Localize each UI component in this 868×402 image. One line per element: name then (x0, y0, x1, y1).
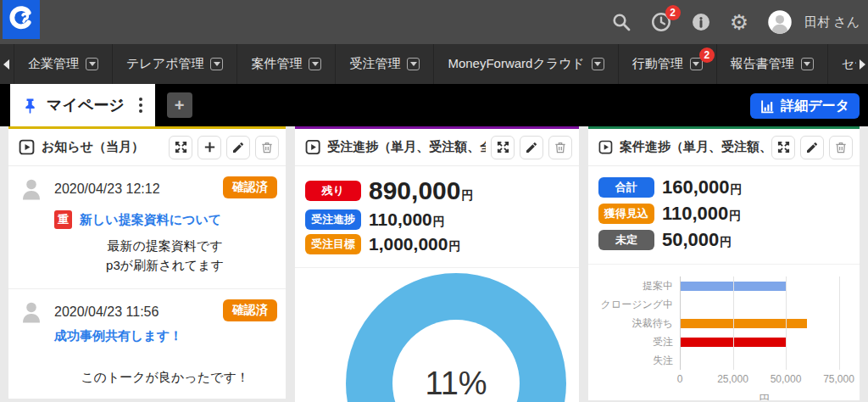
detail-data-button[interactable]: 詳細データ (750, 93, 860, 119)
panel-title: 案件進捗（単月、受注額、全 (598, 139, 766, 155)
stat-badge: 残り (305, 181, 361, 201)
delete-trash-icon[interactable] (255, 136, 279, 159)
dropdown-icon[interactable] (801, 58, 814, 70)
panel-title: お知らせ（当月） (19, 139, 164, 155)
stat-badge: 未定 (598, 230, 654, 250)
panel-title: 受注進捗（単月、受注額、全 (305, 139, 486, 155)
dropdown-icon[interactable] (309, 58, 321, 70)
nav-item-teleapo[interactable]: テレアポ管理 (113, 44, 237, 84)
settings-gear-icon[interactable]: ⚙ (730, 12, 748, 33)
notice-body: 最新の提案資料です p3が刷新されてます (19, 237, 275, 275)
history-clock-icon[interactable]: 2 (650, 11, 672, 33)
user-avatar[interactable] (767, 9, 793, 35)
stat-value: 110,000円 (662, 203, 741, 225)
stat-value: 50,000円 (662, 229, 732, 251)
user-name: 田村 さん (804, 14, 860, 31)
x-axis-label: 円 (680, 392, 849, 400)
x-tick: 75,000 (823, 373, 854, 385)
notification-badge: 2 (665, 5, 681, 20)
tab-menu-kebab-icon[interactable] (138, 97, 143, 114)
expand-icon[interactable] (771, 136, 795, 159)
pin-icon[interactable] (22, 98, 38, 114)
expand-icon[interactable] (491, 136, 515, 159)
top-bar: 2 ⚙ 田村 さん (0, 0, 868, 44)
bar-chart-categories: 提案中 クロージング中 決裁待ち 受注 失注 (598, 276, 680, 370)
delete-trash-icon[interactable] (548, 136, 572, 159)
person-avatar-icon (19, 299, 44, 325)
topbar-actions: 2 ⚙ 田村 さん (611, 0, 860, 44)
stat-badge: 合計 (598, 177, 654, 198)
donut-ring: 11% (346, 273, 566, 402)
add-icon[interactable] (198, 136, 221, 159)
tab-mypage[interactable]: マイページ (10, 84, 155, 126)
notice-date: 2020/04/23 12:12 (54, 181, 160, 197)
stat-value: 890,000円 (369, 176, 473, 205)
bar-chart-plot (680, 276, 849, 370)
important-badge: 重 (54, 210, 72, 229)
collapse-play-icon[interactable] (305, 139, 320, 155)
info-icon[interactable] (691, 12, 711, 32)
notice-date: 2020/04/23 11:56 (54, 304, 159, 320)
nav-item-orders[interactable]: 受注管理 (336, 44, 434, 84)
dropdown-icon[interactable] (86, 58, 98, 70)
tab-label: マイページ (47, 95, 125, 115)
esm-logo-icon (8, 5, 34, 34)
notice-title-link[interactable]: 新しい提案資料について (80, 212, 221, 228)
hbar (681, 319, 807, 328)
dropdown-icon[interactable] (210, 58, 223, 70)
bar-chart-icon (760, 99, 775, 114)
edit-pencil-icon[interactable] (226, 136, 250, 159)
stat-row: 未定 50,000円 (598, 229, 849, 251)
stat-row: 受注進捗 110,000円 (305, 209, 569, 230)
nav-item-activity[interactable]: 行動管理 2 (619, 44, 717, 84)
stat-badge: 受注進捗 (305, 209, 361, 230)
deal-stats: 合計 160,000円 獲得見込 110,000円 未定 50,000円 (588, 166, 860, 265)
donut-percent-label: 11% (425, 366, 487, 402)
collapse-play-icon[interactable] (19, 139, 35, 155)
stat-badge: 受注目標 (305, 234, 361, 254)
dropdown-icon[interactable] (407, 58, 420, 70)
x-tick: 50,000 (771, 373, 802, 385)
dropdown-icon[interactable] (592, 58, 604, 70)
status-badge: 確認済 (223, 299, 277, 321)
nav-item-reports[interactable]: 報告書管理 (717, 44, 828, 84)
nav-scroll-left-icon[interactable] (0, 44, 12, 84)
notice-item[interactable]: 2020/04/23 12:12 確認済 重 新しい提案資料について 最新の提案… (8, 166, 286, 289)
person-avatar-icon (19, 176, 44, 202)
stat-row: 獲得見込 110,000円 (598, 203, 849, 225)
collapse-play-icon[interactable] (598, 139, 613, 155)
nav-scroll-right-icon[interactable] (856, 44, 868, 84)
notice-title-link[interactable]: 成功事例共有します！ (54, 328, 182, 344)
notice-item[interactable]: 2020/04/23 11:56 確認済 成功事例共有します！ このトークが良か… (8, 289, 286, 399)
stat-row: 残り 890,000円 (305, 176, 569, 205)
expand-icon[interactable] (169, 136, 192, 159)
app-window: 2 ⚙ 田村 さん 企業管理 テレアポ管理 案件管理 受注管理 (0, 0, 868, 402)
app-logo[interactable] (3, 0, 40, 39)
bar-chart: 提案中 クロージング中 決裁待ち 受注 失注 (588, 265, 860, 400)
nav-item-moneyforward[interactable]: MoneyForwardクラウド (434, 44, 618, 84)
order-panel-header: 受注進捗（単月、受注額、全 (295, 129, 579, 166)
status-badge: 確認済 (223, 176, 277, 198)
stat-badge: 獲得見込 (598, 204, 654, 224)
search-icon[interactable] (611, 12, 632, 32)
stat-row: 合計 160,000円 (598, 176, 849, 198)
edit-pencil-icon[interactable] (520, 136, 543, 159)
add-tab-button[interactable]: + (167, 92, 192, 118)
delete-trash-icon[interactable] (829, 136, 853, 159)
nav-item-deals[interactable]: 案件管理 (237, 44, 336, 84)
gridline (786, 276, 787, 370)
bar-chart-x-ticks: 0 25,000 50,000 75,000 (680, 373, 849, 387)
nav-item-company[interactable]: 企業管理 (14, 44, 113, 84)
notices-panel-header: お知らせ（当月） (8, 129, 286, 166)
activity-badge: 2 (699, 47, 715, 63)
dashboard-panels: お知らせ（当月） (0, 126, 868, 402)
x-tick: 25,000 (717, 373, 748, 385)
deal-progress-panel: 案件進捗（単月、受注額、全 合計 160,000円 獲得見込 (588, 126, 860, 400)
x-tick: 0 (677, 373, 683, 385)
stat-row: 受注目標 1,000,000円 (305, 234, 569, 254)
order-stats: 残り 890,000円 受注進捗 110,000円 受注目標 1,000,000… (295, 166, 579, 268)
edit-pencil-icon[interactable] (800, 136, 824, 159)
stat-value: 160,000円 (662, 176, 743, 198)
stat-value: 110,000円 (369, 209, 445, 230)
donut-chart: 11% (295, 268, 579, 402)
